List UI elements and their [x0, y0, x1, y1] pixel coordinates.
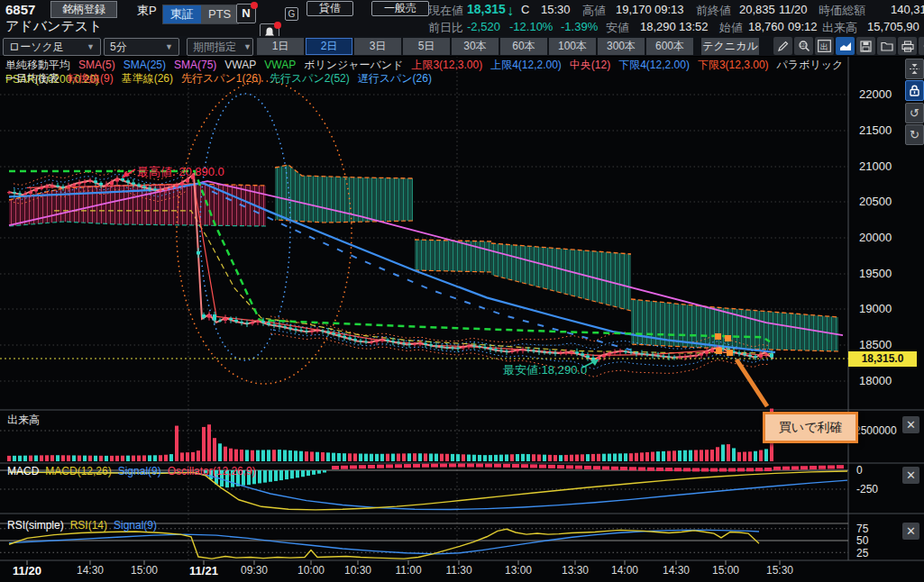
area-chart-icon: [839, 41, 852, 51]
zoom-value-icon-button[interactable]: 123: [794, 37, 813, 55]
indicator-legend-item: VWAP: [224, 59, 256, 71]
low-time: 13:52: [679, 20, 709, 33]
area-chart-icon-button[interactable]: [836, 37, 855, 55]
price-axis-label: 19500: [859, 267, 892, 280]
svg-text:123: 123: [800, 43, 807, 48]
prev-close-value: 20,835: [739, 3, 775, 16]
time-axis-label: 14:30: [77, 564, 104, 577]
news-alert-dot: [251, 2, 258, 9]
period-select[interactable]: 期間指定▼: [187, 38, 253, 56]
indicator-legend-item: SMA(5): [78, 59, 115, 71]
price-down-arrow-icon: ↓: [507, 3, 514, 19]
indicator-legend-item: 下限4(12,2.00): [618, 59, 690, 71]
technical-button-label: テクニカル: [701, 38, 759, 55]
close-flag: C: [521, 3, 529, 16]
time-axis-label: 09:30: [241, 564, 268, 577]
prev-close-label: 前終値: [696, 3, 731, 19]
macd-legend: MACDMACD(12,26)Signal(9)Oscillator(12,26…: [7, 465, 262, 477]
technical-button[interactable]: テクニカル: [701, 37, 761, 55]
tab-pts[interactable]: PTS: [201, 5, 238, 23]
order-icon-button[interactable]: 出: [815, 37, 834, 55]
credit-button[interactable]: 貸借: [306, 1, 353, 16]
pencil-icon-button[interactable]: [773, 37, 792, 55]
indicator-legend-item: SMA(25): [124, 59, 166, 71]
time-axis-label: 11/20: [13, 564, 41, 577]
order-icon: 出: [818, 40, 831, 52]
indicator-legend-item: 遅行スパン(26): [358, 72, 432, 85]
indicator-legend-item: 基準線(26): [122, 72, 173, 85]
market-section-label: 東P: [137, 3, 157, 19]
fit-scale-button[interactable]: [905, 59, 924, 79]
settings-icon-button[interactable]: [919, 37, 924, 55]
chevron-down-icon: ▼: [243, 39, 252, 55]
open-time: 09:12: [788, 20, 818, 33]
indicator-legend-item: 上限3(12,3.00): [411, 59, 482, 71]
zoom-value-icon: 123: [798, 40, 810, 52]
range-button-group: 1日2日3日5日30本60本100本300本600本: [257, 37, 695, 55]
time-axis-label: 10:30: [344, 564, 371, 577]
chevron-down-icon: ▼: [165, 39, 173, 55]
range-button-100本[interactable]: 100本: [549, 38, 596, 55]
chevron-down-icon: ▼: [87, 39, 95, 55]
period-value: 期間指定: [193, 39, 236, 55]
register-stock-button[interactable]: 銘柄登録: [50, 1, 117, 18]
current-price-tag: 18,315.0: [848, 351, 917, 367]
volume-axis-label: 2500000: [855, 424, 897, 437]
news-icon-letter: N: [242, 6, 250, 20]
macd-legend-item: Signal(9): [118, 465, 161, 477]
redo-button[interactable]: ↻: [905, 124, 924, 145]
print-icon-button[interactable]: [898, 37, 917, 55]
range-button-3日[interactable]: 3日: [354, 38, 401, 55]
save-icon-button[interactable]: [856, 37, 875, 55]
low-label: 安値: [606, 20, 629, 36]
folder-icon-button[interactable]: [877, 37, 896, 55]
time-axis-label: 11/21: [189, 564, 218, 577]
interval-value: 5分: [110, 39, 127, 55]
range-button-600本[interactable]: 600本: [646, 38, 693, 55]
chart-canvas[interactable]: [0, 0, 924, 582]
macd-pane-close-button[interactable]: ✕: [902, 467, 919, 484]
range-button-60本[interactable]: 60本: [500, 38, 547, 55]
header: 6857 銘柄登録 東P 東証 PTS N G 貸借 一般売 現在値 18,31…: [0, 0, 924, 36]
change-percent: -12.10%: [509, 20, 553, 33]
rsi-pane-close-button[interactable]: ✕: [902, 523, 919, 540]
news-icon[interactable]: N: [236, 4, 256, 23]
time-axis-label: 15:30: [766, 564, 793, 577]
undo-button[interactable]: ↺: [905, 103, 924, 123]
interval-select[interactable]: 5分▼: [104, 38, 179, 56]
time-axis-label: 14:30: [663, 564, 690, 577]
rsi-legend-item: Signal(9): [114, 519, 157, 532]
change-percent-secondary: -1.39%: [561, 20, 598, 33]
macd-axis-label: -250: [856, 483, 878, 496]
macd-legend-item: MACD: [7, 465, 39, 477]
price-axis-label: 19000: [859, 302, 892, 315]
change-value: -2,520: [467, 20, 500, 33]
range-button-1日[interactable]: 1日: [257, 38, 304, 55]
range-button-5日[interactable]: 5日: [403, 38, 450, 55]
range-button-300本[interactable]: 300本: [598, 38, 645, 55]
print-icon: [901, 41, 914, 52]
tab-tose[interactable]: 東証: [163, 5, 201, 23]
change-label: 前日比: [428, 20, 463, 36]
rsi-legend-item: RSI(14): [70, 519, 107, 532]
indicator-legend-item: 先行スパン1(26): [181, 72, 261, 85]
general-sell-button[interactable]: 一般売: [371, 1, 429, 16]
indicator-legend-row2: 一目均衡表転換線(9)基準線(26)先行スパン1(26)先行スパン2(52)遅行…: [5, 71, 440, 86]
range-button-2日[interactable]: 2日: [306, 38, 352, 55]
indicator-legend-item: ボリンジャーバンド: [304, 59, 403, 71]
open-label: 始値: [719, 20, 743, 36]
folder-icon: [881, 41, 893, 51]
lock-icon: [909, 85, 920, 96]
chart-type-select[interactable]: ローソク足▼: [3, 38, 101, 56]
range-button-30本[interactable]: 30本: [452, 38, 499, 55]
macd-legend-item: Oscillator(12,26,9): [168, 465, 256, 477]
indicator-legend-item: パラボリック: [777, 59, 844, 71]
trade-note[interactable]: 買いで利確: [763, 412, 858, 443]
lock-scale-button[interactable]: [905, 80, 924, 101]
prev-close-date: 11/20: [779, 3, 808, 16]
g-badge[interactable]: G: [285, 7, 298, 21]
macd-legend-item: MACD(12,26): [45, 465, 111, 477]
volume-pane-close-button[interactable]: ✕: [902, 416, 919, 433]
high-value: 19,170: [616, 3, 652, 16]
volume-pane-title: 出来高: [7, 413, 40, 428]
